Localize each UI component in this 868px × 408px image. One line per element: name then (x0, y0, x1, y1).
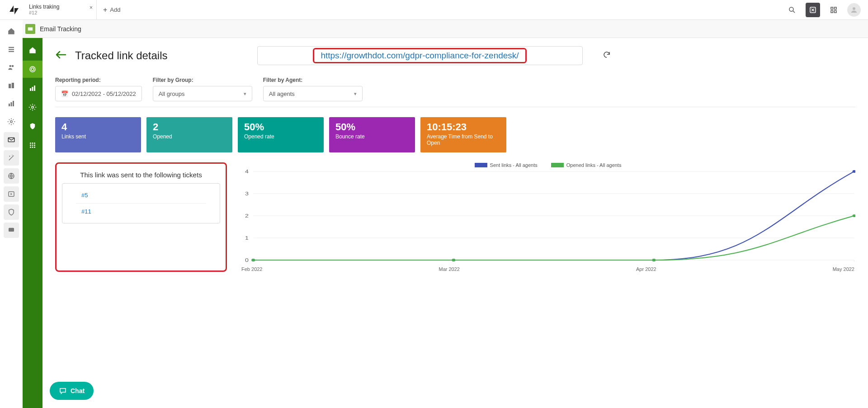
period-picker[interactable]: 📅02/12/2022 - 05/12/2022 (55, 86, 142, 101)
stat-card: 50%Opened rate (238, 117, 324, 152)
svg-point-36 (34, 142, 35, 144)
tickets-list: #5#11 (62, 183, 220, 223)
play-icon[interactable] (4, 186, 19, 202)
line-chart: 01234 (241, 170, 855, 265)
svg-rect-19 (13, 101, 14, 106)
svg-point-20 (10, 121, 13, 123)
period-label: Reporting period: (55, 77, 142, 83)
svg-rect-12 (9, 51, 14, 52)
ticket-link[interactable]: #11 (76, 204, 206, 219)
chart-xlabels: Feb 2022Mar 2022Apr 2022May 2022 (241, 265, 855, 272)
stat-card: 4Links sent (55, 117, 141, 152)
stat-label: Bounce rate (335, 133, 409, 140)
svg-rect-18 (11, 102, 12, 106)
agent-select[interactable]: All agents ▾ (263, 86, 363, 101)
zendesk-products-icon[interactable] (806, 3, 820, 17)
legend-opened[interactable]: Opened links - All agents (551, 162, 622, 168)
tickets-title: This link was sent to the following tick… (62, 171, 220, 179)
refresh-icon[interactable] (603, 51, 611, 61)
svg-point-23 (12, 155, 13, 156)
stat-card: 10:15:23Average Time from Send to Open (420, 117, 506, 152)
stat-value: 50% (244, 122, 317, 133)
svg-rect-16 (12, 83, 14, 88)
stat-label: Average Time from Send to Open (427, 133, 500, 146)
search-icon[interactable] (785, 3, 799, 17)
chat-button[interactable]: Chat (50, 382, 94, 400)
x-tick-label: Feb 2022 (241, 266, 262, 272)
admin-icon[interactable] (4, 114, 19, 129)
svg-rect-27 (28, 27, 33, 30)
app-header-title: Email Tracking (40, 25, 81, 33)
url-highlight: https://growthdot.com/gdpr-compliance-fo… (313, 48, 526, 63)
svg-point-38 (32, 145, 33, 146)
ticket-tab[interactable]: Links traking #12 × (24, 0, 97, 20)
shield-icon[interactable] (4, 204, 19, 220)
stat-label: Links sent (61, 133, 135, 140)
views-icon[interactable] (4, 42, 19, 57)
tickets-panel: This link was sent to the following tick… (55, 162, 227, 272)
svg-text:2: 2 (245, 213, 249, 218)
svg-rect-32 (34, 85, 35, 91)
apps-grid-icon[interactable] (826, 3, 841, 17)
svg-point-0 (789, 7, 793, 11)
app-logo-icon (25, 24, 35, 34)
divider (55, 107, 855, 107)
svg-rect-15 (9, 84, 11, 88)
svg-text:4: 4 (245, 170, 249, 175)
chat-nav-icon[interactable] (4, 223, 19, 238)
svg-point-33 (32, 106, 34, 109)
app-nav-rail (23, 38, 42, 408)
stat-label: Opened rate (244, 133, 317, 140)
reporting-icon[interactable] (4, 96, 19, 111)
nav-tracking-icon[interactable] (23, 61, 42, 78)
nav-security-icon[interactable] (23, 118, 42, 135)
stats-row: 4Links sent2Opened50%Opened rate50%Bounc… (55, 117, 855, 152)
stat-value: 4 (61, 122, 135, 133)
add-tab-button[interactable]: + Add (97, 0, 127, 20)
tracked-url[interactable]: https://growthdot.com/gdpr-compliance-fo… (321, 51, 519, 60)
agent-filter-label: Filter by Agent: (263, 77, 363, 83)
svg-point-14 (12, 65, 14, 67)
svg-text:0: 0 (245, 257, 249, 263)
stat-label: Opened (153, 133, 226, 140)
svg-point-37 (30, 145, 31, 146)
stat-card: 50%Bounce rate (329, 117, 415, 152)
svg-point-41 (32, 147, 33, 148)
group-select[interactable]: All groups ▾ (153, 86, 252, 101)
nav-apps-icon[interactable] (23, 137, 42, 154)
nav-home-icon[interactable] (23, 42, 42, 59)
svg-point-64 (853, 214, 855, 217)
globe-icon[interactable] (4, 168, 19, 184)
magic-icon[interactable] (4, 150, 19, 166)
zendesk-nav-rail (0, 20, 23, 408)
stat-value: 10:15:23 (427, 122, 500, 133)
svg-rect-31 (32, 87, 33, 91)
tab-title: Links traking (29, 4, 59, 10)
tracked-url-box: https://growthdot.com/gdpr-compliance-fo… (257, 46, 583, 65)
close-icon[interactable]: × (90, 5, 93, 11)
ticket-link[interactable]: #5 (76, 187, 206, 204)
user-avatar[interactable] (847, 3, 861, 17)
svg-line-1 (793, 11, 795, 13)
legend-sent[interactable]: Sent links - All agents (475, 162, 538, 168)
svg-rect-5 (831, 7, 833, 9)
email-nav-icon[interactable] (4, 132, 19, 147)
calendar-icon: 📅 (61, 90, 68, 97)
back-arrow-icon[interactable] (55, 50, 67, 62)
nav-settings-icon[interactable] (23, 99, 42, 116)
customers-icon[interactable] (4, 60, 19, 75)
stat-value: 50% (335, 122, 409, 133)
svg-point-35 (32, 142, 33, 144)
zendesk-logo-icon[interactable] (8, 4, 20, 16)
nav-stats-icon[interactable] (23, 80, 42, 97)
main-content: Tracked link details https://growthdot.c… (42, 38, 868, 408)
group-filter-label: Filter by Group: (153, 77, 252, 83)
chevron-down-icon: ▾ (354, 91, 357, 97)
organizations-icon[interactable] (4, 78, 19, 93)
svg-point-40 (30, 147, 31, 148)
svg-point-22 (9, 156, 10, 157)
svg-point-28 (31, 68, 34, 71)
home-icon[interactable] (4, 24, 19, 39)
svg-rect-6 (835, 7, 837, 9)
chat-label: Chat (71, 387, 85, 394)
